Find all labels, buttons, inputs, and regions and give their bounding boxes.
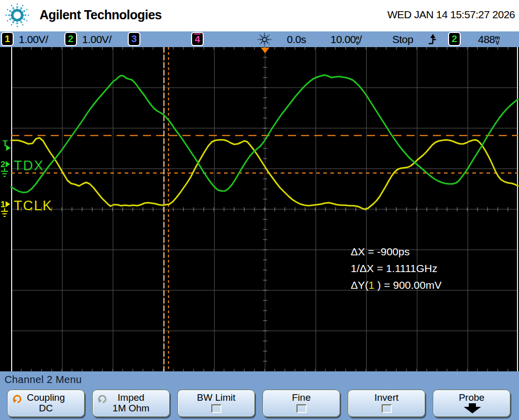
channel2-label: TDX — [14, 158, 44, 174]
channel2-ground-arrow-icon — [6, 161, 10, 167]
waveform-display: T 2 TDX 1 TCLK ΔX = -900ps 1/ΔX = 1.1111… — [0, 47, 519, 371]
timebase-readout: 10.00ns/ — [330, 31, 362, 47]
delay-readout: 0.0s — [287, 31, 306, 47]
timebase-star-icon — [255, 32, 274, 47]
trigger-edge-rising-icon — [427, 33, 438, 46]
datetime-display: WED JAN 14 15:57:27 2026 — [387, 9, 515, 21]
channel1-scale: 1.00V/ — [19, 31, 48, 47]
top-bar: Agilent Technologies WED JAN 14 15:57:27… — [0, 0, 519, 31]
channel1-ground-arrow-icon — [6, 201, 10, 207]
channel1-label: TCLK — [14, 198, 53, 214]
checkbox-unchecked-icon — [382, 404, 392, 413]
delta-y-suffix: ) = 900.00mV — [375, 279, 442, 291]
softkey-label: BW Limit — [178, 392, 254, 403]
timebase-value: 10.00 — [330, 33, 356, 45]
channel3-indicator: 3 — [128, 32, 140, 46]
channel2-ground-symbol-icon — [1, 168, 10, 179]
delta-y-readout: ΔY(1 ) = 900.00mV — [351, 277, 441, 293]
cursor-measurements: ΔX = -900ps 1/ΔX = 1.1111GHz ΔY(1 ) = 90… — [351, 243, 441, 293]
inverse-delta-x-readout: 1/ΔX = 1.1111GHz — [351, 260, 441, 277]
channel3-number: 3 — [131, 33, 137, 44]
run-state: Stop — [392, 31, 413, 47]
softkey-menu-bar: Channel 2 Menu Coupling DC Imped 1M Ohm … — [0, 371, 519, 420]
status-bar: 1 1.00V/ 2 1.00V/ 3 4 0.0s 10.00ns/ Stop… — [0, 31, 519, 47]
channel2-number: 2 — [68, 33, 73, 44]
softkey-invert[interactable]: Invert — [348, 390, 425, 417]
oscilloscope-screen: Agilent Technologies WED JAN 14 15:57:27… — [0, 0, 519, 420]
trigger-level-arrow-icon — [6, 145, 11, 151]
softkey-coupling[interactable]: Coupling DC — [7, 390, 85, 417]
trigger-level-unit-bottom: V — [495, 40, 500, 45]
softkey-probe[interactable]: Probe — [433, 390, 510, 417]
delta-y-prefix: ΔY( — [351, 279, 368, 291]
softkey-value: 1M Ohm — [93, 403, 169, 413]
trigger-source-indicator: 2 — [448, 32, 461, 46]
delta-x-readout: ΔX = -900ps — [351, 243, 441, 260]
channel1-indicator: 1 — [1, 32, 14, 46]
checkbox-unchecked-icon — [296, 404, 307, 413]
menu-title: Channel 2 Menu — [5, 374, 82, 386]
channel4-indicator: 4 — [191, 32, 204, 46]
softkey-fine[interactable]: Fine — [263, 390, 340, 417]
submenu-arrow-down-icon — [460, 403, 484, 414]
trigger-level-readout: 488mV — [478, 31, 500, 47]
softkey-label: Fine — [263, 392, 340, 403]
channel4-number: 4 — [194, 33, 201, 44]
trigger-level-value: 488 — [478, 33, 495, 45]
trigger-source-number: 2 — [452, 33, 457, 44]
timebase-suffix: / — [359, 33, 361, 45]
softkey-bw-limit[interactable]: BW Limit — [177, 390, 255, 417]
channel2-scale: 1.00V/ — [82, 31, 112, 47]
channel2-indicator: 2 — [64, 32, 77, 46]
channel1-ground-symbol-icon — [1, 208, 10, 219]
softkey-value: DC — [8, 403, 84, 413]
softkey-label: Probe — [433, 392, 510, 403]
agilent-logo-icon — [3, 1, 31, 30]
softkey-impedance[interactable]: Imped 1M Ohm — [92, 390, 170, 417]
graticule-and-traces — [0, 47, 519, 371]
delta-y-channel: 1 — [368, 279, 375, 291]
softkey-label: Invert — [348, 392, 425, 403]
rotate-knob-icon — [12, 394, 22, 404]
brand-title: Agilent Technologies — [40, 8, 162, 22]
rotate-knob-icon — [97, 394, 107, 404]
channel1-number: 1 — [5, 33, 10, 44]
checkbox-unchecked-icon — [211, 404, 221, 413]
